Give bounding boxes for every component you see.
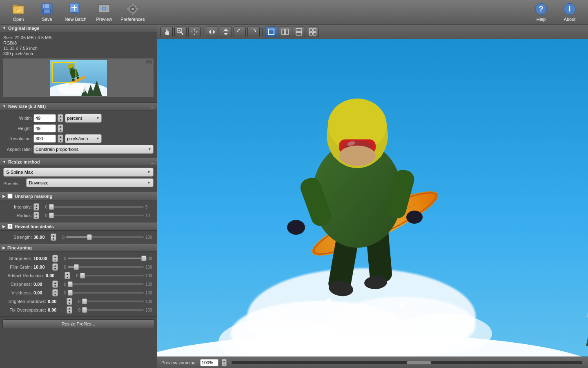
film-grain-stepper[interactable]: ▲ ▼ xyxy=(52,263,58,271)
width-stepper[interactable]: ▲ ▼ xyxy=(58,114,63,122)
open-button[interactable]: 📂 Open xyxy=(4,1,33,23)
resolution-input[interactable] xyxy=(33,135,56,143)
intensity-stepper-down[interactable]: ▼ xyxy=(34,207,39,210)
radius-stepper-up[interactable]: ▲ xyxy=(34,212,39,215)
intensity-stepper[interactable]: ▲ ▼ xyxy=(33,203,39,211)
original-image-header[interactable]: ▼ Original Image xyxy=(0,25,157,32)
four-view-button[interactable] xyxy=(307,27,319,37)
vividness-thumb[interactable] xyxy=(68,290,73,296)
help-button[interactable]: ? Help xyxy=(527,1,555,23)
radius-stepper-down[interactable]: ▼ xyxy=(34,215,39,219)
zoom-stepper-down[interactable]: ▼ xyxy=(222,363,226,366)
radius-stepper[interactable]: ▲ ▼ xyxy=(33,212,39,219)
fix-overexposure-stepper-down[interactable]: ▼ xyxy=(67,310,72,313)
radius-thumb[interactable] xyxy=(49,213,54,218)
vividness-stepper[interactable]: ▲ ▼ xyxy=(52,289,58,296)
about-button[interactable]: i About xyxy=(555,1,584,23)
vividness-slider[interactable] xyxy=(68,292,144,294)
aspect-ratio-select[interactable]: Constrain proportions ▼ xyxy=(33,145,154,154)
strength-slider[interactable] xyxy=(66,236,144,238)
intensity-thumb[interactable] xyxy=(49,204,54,210)
resolution-unit-select[interactable]: pixels/inch ▼ xyxy=(65,134,102,143)
sharpness-thumb[interactable] xyxy=(141,256,146,261)
radius-slider[interactable] xyxy=(49,215,144,216)
resize-profiles-button[interactable]: Resize Profiles... xyxy=(2,319,154,328)
film-grain-stepper-up[interactable]: ▲ xyxy=(53,264,58,267)
new-size-dots[interactable]: ... xyxy=(151,104,154,109)
height-stepper-down[interactable]: ▼ xyxy=(58,128,63,132)
brighten-shadows-thumb[interactable] xyxy=(82,298,87,304)
new-size-header[interactable]: ▼ New size (5.3 MB) ... xyxy=(0,103,157,110)
fine-tuning-header[interactable]: ▶ Fine-tuning xyxy=(0,244,157,252)
flip-h-button[interactable] xyxy=(206,27,218,37)
brighten-shadows-stepper[interactable]: ▲ ▼ xyxy=(67,298,72,305)
resize-method-header[interactable]: ▼ Resize method ... xyxy=(0,158,157,166)
crispness-stepper-down[interactable]: ▼ xyxy=(53,284,58,287)
vividness-stepper-up[interactable]: ▲ xyxy=(53,289,58,293)
preview-button[interactable]: Preview xyxy=(90,1,118,23)
rotate-right-button[interactable] xyxy=(247,27,260,37)
zoom-value-input[interactable] xyxy=(200,359,218,366)
presets-select[interactable]: Downsize ▼ xyxy=(26,178,154,187)
fix-overexposure-stepper[interactable]: ▲ ▼ xyxy=(67,306,72,314)
brighten-shadows-stepper-up[interactable]: ▲ xyxy=(67,298,72,301)
width-stepper-down[interactable]: ▼ xyxy=(58,118,63,122)
fix-overexposure-slider[interactable] xyxy=(82,309,144,311)
film-grain-slider[interactable] xyxy=(68,266,144,268)
brighten-shadows-slider[interactable] xyxy=(82,301,144,302)
sharpness-stepper-up[interactable]: ▲ xyxy=(53,255,58,258)
vividness-stepper-down[interactable]: ▼ xyxy=(53,293,58,296)
split-v-button[interactable] xyxy=(279,27,291,37)
artifact-reduction-stepper-up[interactable]: ▲ xyxy=(65,272,70,276)
zoom-stepper[interactable]: ▲ ▼ xyxy=(222,359,227,366)
reveal-checkbox[interactable] xyxy=(7,224,13,229)
sharpness-stepper[interactable]: ▲ ▼ xyxy=(52,255,58,262)
artifact-reduction-thumb[interactable] xyxy=(80,273,85,278)
zoom-tool-button[interactable] xyxy=(174,27,187,37)
height-input[interactable] xyxy=(33,124,56,132)
artifact-reduction-stepper[interactable]: ▲ ▼ xyxy=(65,272,70,279)
save-button[interactable]: Save xyxy=(33,1,61,23)
crispness-thumb[interactable] xyxy=(68,281,73,287)
resize-method-dots[interactable]: ... xyxy=(151,160,154,164)
move-tool-button[interactable] xyxy=(188,27,200,37)
sharpness-stepper-down[interactable]: ▼ xyxy=(53,258,58,262)
artifact-reduction-slider[interactable] xyxy=(80,275,144,276)
rotate-left-button[interactable] xyxy=(234,27,246,37)
fix-overexposure-thumb[interactable] xyxy=(82,307,87,313)
new-batch-button[interactable]: New Batch xyxy=(61,1,90,23)
fix-overexposure-stepper-up[interactable]: ▲ xyxy=(67,307,72,310)
single-view-button[interactable] xyxy=(265,27,277,37)
zoom-scrollbar[interactable] xyxy=(232,361,582,364)
resolution-stepper-down[interactable]: ▼ xyxy=(58,139,63,142)
film-grain-stepper-down[interactable]: ▼ xyxy=(53,267,58,270)
crispness-stepper[interactable]: ▲ ▼ xyxy=(52,280,58,288)
method-select[interactable]: S-Spline Max ▼ xyxy=(3,168,154,177)
crispness-slider[interactable] xyxy=(68,283,144,285)
resolution-stepper-up[interactable]: ▲ xyxy=(58,135,63,139)
strength-stepper[interactable]: ▲ ▼ xyxy=(51,233,56,241)
strength-thumb[interactable] xyxy=(87,234,92,240)
reveal-fine-details-header[interactable]: ▶ Reveal fine details xyxy=(0,222,157,231)
intensity-slider[interactable] xyxy=(49,206,144,208)
crispness-stepper-up[interactable]: ▲ xyxy=(53,281,58,284)
width-stepper-up[interactable]: ▲ xyxy=(58,114,63,118)
strength-stepper-up[interactable]: ▲ xyxy=(51,234,56,237)
unsharp-checkbox[interactable] xyxy=(7,193,13,199)
film-grain-thumb[interactable] xyxy=(74,264,79,270)
unsharp-masking-header[interactable]: ▶ Unsharp masking xyxy=(0,192,157,200)
strength-stepper-down[interactable]: ▼ xyxy=(51,237,56,240)
split-h-button[interactable] xyxy=(293,27,305,37)
unit-select[interactable]: percent ▼ xyxy=(65,114,102,123)
brighten-shadows-stepper-down[interactable]: ▼ xyxy=(67,301,72,305)
intensity-stepper-up[interactable]: ▲ xyxy=(34,204,39,207)
preferences-button[interactable]: Preferences xyxy=(118,1,147,23)
resolution-stepper[interactable]: ▲ ▼ xyxy=(58,135,63,143)
width-input[interactable] xyxy=(33,114,56,122)
height-stepper-up[interactable]: ▲ xyxy=(58,125,63,128)
flip-v-button[interactable] xyxy=(220,27,232,37)
thumbnail-dots-button[interactable]: ... xyxy=(146,60,152,65)
artifact-reduction-stepper-down[interactable]: ▼ xyxy=(65,276,70,279)
height-stepper[interactable]: ▲ ▼ xyxy=(58,124,63,132)
hand-tool-button[interactable] xyxy=(160,27,173,37)
